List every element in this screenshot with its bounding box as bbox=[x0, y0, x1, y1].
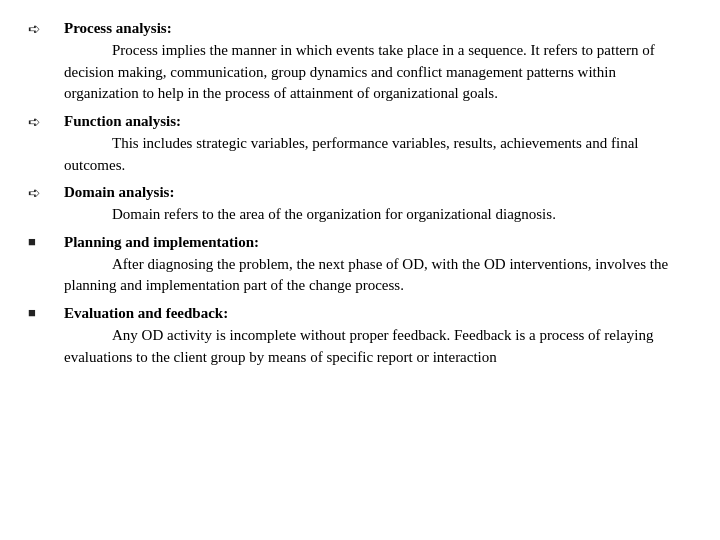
title-planning: Planning and implementation: bbox=[64, 234, 259, 250]
indent-function bbox=[64, 133, 112, 155]
section-domain-analysis: ➪ Domain analysis: Domain refers to the … bbox=[28, 182, 692, 226]
content-function: Function analysis: This includes strateg… bbox=[64, 111, 692, 176]
main-page: ➪ Process analysis: Process implies the … bbox=[0, 0, 720, 540]
section-planning: ■ Planning and implementation: After dia… bbox=[28, 232, 692, 297]
arrow-icon-process: ➪ bbox=[28, 19, 41, 41]
bullet-planning: ■ bbox=[28, 232, 64, 252]
content-evaluation: Evaluation and feedback: Any OD activity… bbox=[64, 303, 692, 368]
content-planning: Planning and implementation: After diagn… bbox=[64, 232, 692, 297]
indent-planning bbox=[64, 254, 112, 276]
content-domain: Domain analysis: Domain refers to the ar… bbox=[64, 182, 692, 226]
bullet-function: ➪ bbox=[28, 111, 64, 134]
arrow-icon-domain: ➪ bbox=[28, 183, 41, 205]
bullet-domain: ➪ bbox=[28, 182, 64, 205]
title-function: Function analysis: bbox=[64, 113, 181, 129]
title-domain: Domain analysis: bbox=[64, 184, 174, 200]
indent-process bbox=[64, 40, 112, 62]
section-process-analysis: ➪ Process analysis: Process implies the … bbox=[28, 18, 692, 105]
square-icon-evaluation: ■ bbox=[28, 304, 36, 323]
body-planning: After diagnosing the problem, the next p… bbox=[64, 256, 668, 294]
indent-evaluation bbox=[64, 325, 112, 347]
bullet-process: ➪ bbox=[28, 18, 64, 41]
body-function: This includes strategic variables, perfo… bbox=[64, 135, 638, 173]
body-process: Process implies the manner in which even… bbox=[64, 42, 655, 102]
title-evaluation: Evaluation and feedback: bbox=[64, 305, 228, 321]
title-process: Process analysis: bbox=[64, 20, 172, 36]
body-domain: Domain refers to the area of the organiz… bbox=[64, 206, 556, 222]
section-function-analysis: ➪ Function analysis: This includes strat… bbox=[28, 111, 692, 176]
indent-domain bbox=[64, 204, 112, 226]
arrow-icon-function: ➪ bbox=[28, 112, 41, 134]
section-evaluation: ■ Evaluation and feedback: Any OD activi… bbox=[28, 303, 692, 368]
square-icon-planning: ■ bbox=[28, 233, 36, 252]
content-process: Process analysis: Process implies the ma… bbox=[64, 18, 692, 105]
bullet-evaluation: ■ bbox=[28, 303, 64, 323]
body-evaluation: Any OD activity is incomplete without pr… bbox=[64, 327, 654, 365]
